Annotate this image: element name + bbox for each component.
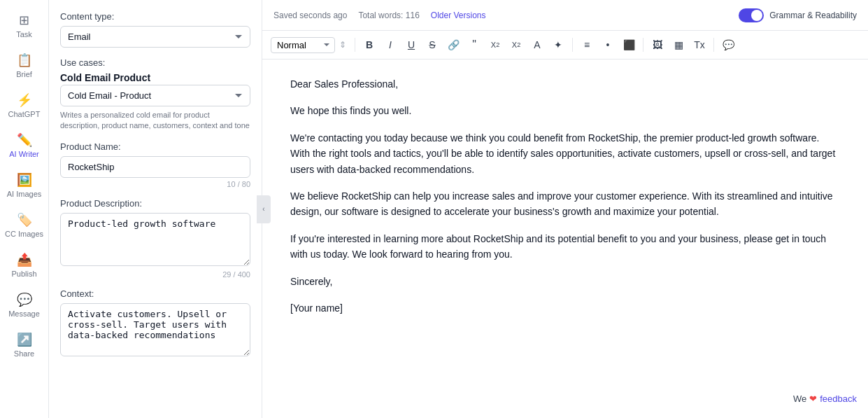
toolbar-divider-2 bbox=[572, 38, 573, 52]
strikethrough-button[interactable]: S bbox=[422, 35, 442, 55]
nav-item-brief[interactable]: 📋 Brief bbox=[0, 46, 48, 85]
formatting-toolbar: NormalHeading 1Heading 2Heading 3 ⇕ B I … bbox=[262, 31, 868, 60]
paragraph-4: We believe RocketShip can help you incre… bbox=[290, 188, 840, 220]
product-name-group: Product Name: 10 / 80 bbox=[60, 141, 250, 188]
unordered-list-button[interactable]: • bbox=[598, 35, 618, 55]
bold-button[interactable]: B bbox=[360, 35, 379, 55]
subscript-button[interactable]: X2 bbox=[485, 35, 505, 55]
toolbar-divider-3 bbox=[643, 38, 643, 52]
content-type-group: Content type: EmailBlog PostSocial PostA… bbox=[60, 11, 250, 48]
toolbar-divider-1 bbox=[355, 38, 355, 52]
paragraph-2: We hope this finds you well. bbox=[290, 103, 840, 118]
ai-images-icon: 🖼️ bbox=[17, 172, 32, 188]
nav-item-cc-images-label: CC Images bbox=[5, 230, 43, 238]
superscript-button[interactable]: X2 bbox=[506, 35, 526, 55]
link-button[interactable]: 🔗 bbox=[443, 35, 463, 55]
older-versions-link[interactable]: Older Versions bbox=[431, 11, 486, 20]
cc-images-icon: 🏷️ bbox=[17, 212, 32, 228]
paragraph-6: Sincerely, bbox=[290, 274, 840, 289]
highlight-button[interactable]: ✦ bbox=[548, 35, 568, 55]
table-button[interactable]: ▦ bbox=[669, 35, 688, 55]
top-bar: Saved seconds ago Total words: 116 Older… bbox=[262, 0, 868, 31]
use-case-title: Cold Email Product bbox=[60, 72, 250, 83]
grammar-toggle-label: Grammar & Readability bbox=[769, 11, 857, 20]
message-icon: 💬 bbox=[17, 292, 32, 307]
nav-item-publish-label: Publish bbox=[11, 270, 36, 278]
nav-item-chatgpt-label: ChatGPT bbox=[8, 110, 41, 118]
nav-item-ai-images[interactable]: 🖼️ AI Images bbox=[0, 165, 48, 205]
publish-icon: 📤 bbox=[17, 252, 32, 267]
nav-item-cc-images[interactable]: 🏷️ CC Images bbox=[0, 205, 48, 245]
blockquote-button[interactable]: " bbox=[464, 35, 484, 55]
nav-item-ai-writer-label: AI Writer bbox=[9, 150, 39, 158]
grammar-toggle-wrap: Grammar & Readability bbox=[739, 8, 857, 22]
italic-button[interactable]: I bbox=[380, 35, 400, 55]
nav-item-share-label: Share bbox=[14, 349, 34, 358]
use-case-description: Writes a personalized cold email for pro… bbox=[60, 110, 250, 132]
toolbar-divider-4 bbox=[713, 38, 714, 52]
nav-item-message[interactable]: 💬 Message bbox=[0, 285, 48, 325]
toggle-knob bbox=[751, 10, 762, 21]
editor-content[interactable]: Dear Sales Professional, We hope this fi… bbox=[262, 60, 868, 418]
text-color-button[interactable]: A bbox=[527, 35, 547, 55]
nav-item-chatgpt[interactable]: ⚡ ChatGPT bbox=[0, 85, 48, 125]
feedback-bar: We ❤ feedback bbox=[793, 392, 857, 407]
context-label: Context: bbox=[60, 288, 250, 299]
grammar-toggle[interactable] bbox=[739, 8, 764, 22]
paragraph-7: [Your name] bbox=[290, 300, 840, 316]
underline-button[interactable]: U bbox=[401, 35, 421, 55]
saved-status: Saved seconds ago bbox=[273, 11, 347, 20]
align-button[interactable]: ⬛ bbox=[619, 35, 639, 55]
use-case-select[interactable]: Cold Email - ProductCold Email - Service… bbox=[60, 85, 250, 106]
product-desc-label: Product Description: bbox=[60, 198, 250, 209]
product-name-char-count: 10 / 80 bbox=[60, 180, 250, 188]
clear-format-button[interactable]: Tx bbox=[690, 35, 709, 55]
format-select-wrap: NormalHeading 1Heading 2Heading 3 ⇕ bbox=[271, 37, 346, 53]
nav-item-task[interactable]: ⊞ Task bbox=[0, 6, 48, 46]
context-textarea[interactable] bbox=[60, 303, 250, 356]
nav-item-ai-writer[interactable]: ✏️ AI Writer bbox=[0, 125, 48, 165]
product-desc-textarea[interactable] bbox=[60, 213, 250, 266]
content-type-label: Content type: bbox=[60, 11, 250, 22]
product-name-label: Product Name: bbox=[60, 141, 250, 152]
share-icon: ↗️ bbox=[17, 332, 32, 347]
content-type-select[interactable]: EmailBlog PostSocial PostAd Copy bbox=[60, 26, 250, 48]
feedback-text[interactable]: feedback bbox=[820, 392, 857, 407]
paragraph-3: We're contacting you today because we th… bbox=[290, 130, 840, 177]
format-select-icon: ⇕ bbox=[339, 40, 346, 50]
nav-item-share[interactable]: ↗️ Share bbox=[0, 325, 48, 365]
paragraph-5: If you're interested in learning more ab… bbox=[290, 231, 840, 263]
product-name-input[interactable] bbox=[60, 156, 250, 178]
nav-item-brief-label: Brief bbox=[16, 70, 32, 78]
paragraph-1: Dear Sales Professional, bbox=[290, 76, 840, 92]
brief-icon: 📋 bbox=[17, 53, 32, 68]
total-words: Total words: 116 bbox=[358, 11, 419, 20]
collapse-handle[interactable]: ‹ bbox=[257, 195, 271, 223]
nav-item-publish[interactable]: 📤 Publish bbox=[0, 245, 48, 285]
feedback-prefix: We bbox=[793, 392, 806, 407]
chatgpt-icon: ⚡ bbox=[17, 92, 32, 108]
task-icon: ⊞ bbox=[19, 13, 29, 28]
use-cases-label: Use cases: bbox=[60, 57, 250, 68]
product-desc-group: Product Description: 29 / 400 bbox=[60, 198, 250, 279]
nav-item-ai-images-label: AI Images bbox=[7, 190, 42, 198]
format-select[interactable]: NormalHeading 1Heading 2Heading 3 bbox=[271, 37, 335, 53]
sidebar: Content type: EmailBlog PostSocial PostA… bbox=[49, 0, 262, 418]
context-group: Context: bbox=[60, 288, 250, 358]
image-button[interactable]: 🖼 bbox=[648, 35, 667, 55]
heart-icon: ❤ bbox=[809, 392, 817, 407]
ai-writer-icon: ✏️ bbox=[17, 132, 32, 148]
editor-area: Saved seconds ago Total words: 116 Older… bbox=[262, 0, 868, 418]
icon-nav: ⊞ Task 📋 Brief ⚡ ChatGPT ✏️ AI Writer 🖼️… bbox=[0, 0, 49, 418]
use-cases-group: Use cases: Cold Email Product Cold Email… bbox=[60, 57, 250, 132]
product-desc-char-count: 29 / 400 bbox=[60, 270, 250, 279]
nav-item-message-label: Message bbox=[8, 309, 40, 318]
nav-item-task-label: Task bbox=[16, 30, 32, 39]
ordered-list-button[interactable]: ≡ bbox=[577, 35, 597, 55]
comment-button[interactable]: 💬 bbox=[718, 35, 738, 55]
